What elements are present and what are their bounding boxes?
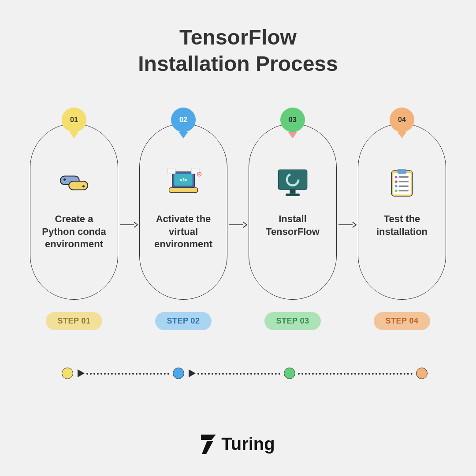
- monitor-progress-icon: [273, 165, 312, 201]
- step-4: 04 Test the installation STEP 04: [358, 123, 446, 330]
- timeline-connector-2: [197, 373, 280, 375]
- python-icon: [54, 165, 94, 201]
- step-capsule-3: Install TensorFlow: [249, 123, 337, 300]
- checklist-icon: [382, 165, 422, 201]
- arrow-3: [338, 220, 357, 229]
- brand: Turing: [0, 434, 476, 454]
- step-badge-3: 03: [280, 108, 305, 132]
- timeline-connector-3: [298, 373, 413, 375]
- svg-point-2: [63, 178, 66, 181]
- step-badge-4: 04: [390, 108, 414, 132]
- svg-point-3: [82, 185, 85, 187]
- step-number-3: 03: [289, 116, 297, 124]
- svg-rect-25: [398, 181, 409, 182]
- svg-rect-29: [398, 190, 409, 191]
- step-2: 02 </> Activate the virtual environment …: [139, 123, 227, 330]
- svg-rect-17: [286, 193, 300, 196]
- svg-point-24: [395, 180, 398, 183]
- step-number-4: 04: [398, 116, 406, 124]
- step-capsule-2: </> Activate the virtual environment: [139, 123, 227, 300]
- svg-point-22: [395, 176, 398, 178]
- timeline-connector-1: [86, 373, 169, 375]
- svg-point-12: [199, 174, 200, 175]
- svg-rect-14: [278, 170, 307, 190]
- step-pill-1: STEP 01: [46, 312, 102, 330]
- svg-point-28: [395, 190, 398, 192]
- step-label-3: Install TensorFlow: [249, 213, 336, 238]
- timeline: [62, 367, 432, 380]
- svg-rect-23: [398, 176, 409, 178]
- step-capsule-1: Create a Python conda environment: [30, 123, 118, 300]
- step-pill-2: STEP 02: [155, 312, 211, 330]
- title-line-2: Installation Process: [138, 52, 338, 75]
- svg-marker-31: [202, 441, 213, 454]
- timeline-arrowhead-1: [78, 369, 85, 377]
- step-label-4: Test the installation: [358, 213, 446, 238]
- svg-rect-1: [69, 181, 88, 190]
- laptop-code-icon: </>: [164, 165, 203, 201]
- step-1: 01 Create a Python conda environment STE…: [30, 123, 118, 330]
- arrow-1: [119, 220, 138, 229]
- steps-row: 01 Create a Python conda environment STE…: [0, 123, 476, 330]
- brand-logo-icon: [201, 435, 216, 454]
- svg-rect-9: [167, 168, 175, 174]
- timeline-dot-4: [416, 368, 428, 379]
- step-label-1: Create a Python conda environment: [30, 213, 118, 251]
- timeline-dot-2: [173, 368, 184, 379]
- svg-rect-8: [169, 188, 198, 193]
- svg-point-26: [395, 185, 398, 188]
- title-line-1: TensorFlow: [179, 26, 297, 49]
- svg-rect-27: [398, 186, 409, 187]
- arrow-2: [228, 220, 248, 229]
- brand-name: Turing: [221, 434, 275, 454]
- timeline-dot-3: [284, 368, 295, 379]
- step-number-1: 01: [70, 116, 78, 124]
- step-3: 03 Install TensorFlow STEP 03: [249, 123, 337, 330]
- step-capsule-4: Test the installation: [358, 123, 446, 300]
- svg-text:</>: </>: [180, 177, 187, 182]
- step-label-2: Activate the virtual environment: [140, 213, 227, 251]
- svg-rect-16: [290, 190, 295, 193]
- timeline-dot-1: [62, 368, 73, 379]
- step-number-2: 02: [179, 116, 187, 124]
- timeline-arrowhead-2: [189, 369, 196, 377]
- svg-marker-30: [201, 435, 216, 440]
- step-pill-4: STEP 04: [374, 312, 430, 330]
- step-badge-2: 02: [171, 108, 196, 132]
- step-badge-1: 01: [62, 108, 86, 132]
- step-pill-3: STEP 03: [264, 312, 320, 330]
- svg-rect-21: [398, 169, 407, 174]
- diagram-title: TensorFlow Installation Process: [0, 24, 476, 77]
